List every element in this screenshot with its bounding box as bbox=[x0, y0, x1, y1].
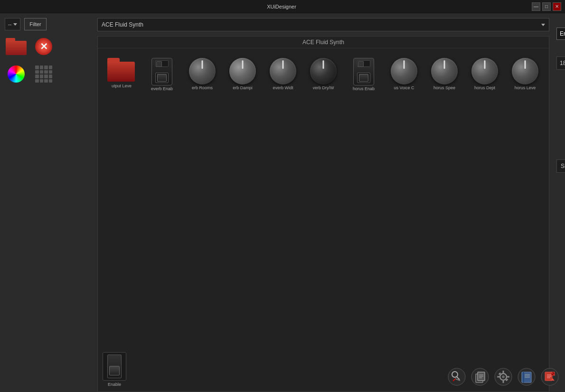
knob-label-8: horus Spee bbox=[433, 85, 455, 90]
synth-dropdown[interactable]: ACE Fluid Synth bbox=[97, 18, 549, 31]
sine-dropdown[interactable]: Sine bbox=[556, 159, 565, 173]
close-icon-button[interactable]: ✕ bbox=[32, 35, 55, 58]
knob-label-9: horus Dept bbox=[474, 85, 495, 90]
book-icon bbox=[518, 368, 536, 386]
search-edit-icon bbox=[448, 368, 466, 386]
port-index-value: 18 bbox=[560, 60, 565, 66]
knob-voice-count-icon bbox=[391, 58, 417, 84]
canvas-title: ACE Fluid Synth bbox=[98, 37, 549, 48]
knob-item-width[interactable]: everb Widt bbox=[264, 58, 302, 90]
grid-icon-button[interactable] bbox=[32, 63, 55, 85]
knob-label-2: erb Rooms bbox=[192, 85, 213, 90]
knob-label-6: horus Enab bbox=[353, 86, 375, 91]
enable-label: Enable bbox=[108, 382, 121, 387]
synth-dropdown-arrow-icon bbox=[541, 24, 545, 26]
canvas-area[interactable]: ACE Fluid Synth utput Leve ever bbox=[97, 36, 549, 392]
search-edit-button[interactable] bbox=[446, 366, 467, 387]
knob-label-7: us Voice C bbox=[394, 85, 414, 90]
svg-rect-15 bbox=[503, 381, 504, 383]
app-title: XUiDesigner bbox=[267, 4, 296, 9]
icon-row-2 bbox=[5, 63, 90, 85]
knob-label-0: utput Leve bbox=[112, 84, 132, 88]
port-index-row: 18 Set bbox=[556, 56, 565, 70]
settings-icon bbox=[494, 368, 512, 386]
knob-item-dry-wet[interactable]: verb Dry/W bbox=[304, 58, 342, 90]
close-button[interactable]: ✕ bbox=[553, 2, 561, 11]
knob-item-reverb-enable[interactable]: everb Enab bbox=[143, 58, 181, 91]
minimize-button[interactable]: — bbox=[532, 2, 540, 11]
icon-row-1: ✕ bbox=[5, 35, 90, 58]
knob-row: utput Leve everb Enab erb Rooms bbox=[98, 48, 549, 96]
knob-item-chorus-speed[interactable]: horus Spee bbox=[425, 58, 463, 90]
export-icon bbox=[541, 368, 559, 386]
knob-item-rooms[interactable]: erb Rooms bbox=[183, 58, 221, 90]
toggle-indicator-top bbox=[155, 60, 169, 67]
knob-chorus-level-icon bbox=[512, 58, 538, 84]
knob-item-damping[interactable]: erb Dampi bbox=[224, 58, 262, 90]
right-panel: Label Port Index 18 Set Position/Size Si… bbox=[552, 13, 565, 392]
svg-rect-16 bbox=[497, 376, 499, 378]
export-button[interactable] bbox=[539, 366, 560, 387]
mini-toggle-icon[interactable] bbox=[103, 352, 126, 381]
sine-value: Sine bbox=[561, 163, 565, 169]
dropdown-arrow-icon bbox=[13, 23, 17, 26]
svg-rect-14 bbox=[503, 371, 504, 373]
knob-item-voice-count[interactable]: us Voice C bbox=[385, 58, 423, 90]
svg-point-13 bbox=[502, 375, 505, 378]
filter-button[interactable]: Filter bbox=[24, 18, 46, 30]
knob-label-4: everb Widt bbox=[273, 85, 293, 90]
icons-area: ✕ bbox=[5, 35, 90, 85]
knob-rooms-icon bbox=[189, 58, 216, 84]
maximize-button[interactable]: □ bbox=[542, 2, 551, 11]
knob-chorus-speed-icon bbox=[431, 58, 458, 84]
knob-chorus-depth-icon bbox=[471, 58, 498, 84]
type-dropdown[interactable]: -- bbox=[5, 18, 20, 30]
knob-item-chorus-level[interactable]: horus Leve bbox=[506, 58, 544, 90]
colorwheel-icon-button[interactable] bbox=[5, 63, 28, 85]
knob-damping-icon bbox=[229, 58, 256, 84]
bottom-toolbar bbox=[446, 366, 560, 387]
folder-icon-button[interactable] bbox=[5, 35, 28, 58]
knob-label-5: verb Dry/W bbox=[313, 85, 334, 90]
chorus-toggle-indicator-top bbox=[357, 60, 370, 67]
knob-width-icon bbox=[270, 58, 296, 84]
toggle-reverb-enable-icon bbox=[151, 58, 172, 85]
svg-rect-17 bbox=[507, 376, 509, 378]
folder-icon bbox=[6, 38, 27, 55]
knob-item-chorus-enable[interactable]: horus Enab bbox=[345, 58, 383, 91]
knob-label-10: horus Leve bbox=[515, 85, 536, 90]
mini-toggle-inner bbox=[107, 355, 122, 378]
copy-icon bbox=[471, 368, 489, 386]
title-bar: XUiDesigner — □ ✕ bbox=[0, 0, 565, 13]
toggle-chorus-enable-icon bbox=[353, 58, 374, 85]
port-index-dropdown[interactable]: 18 bbox=[556, 56, 565, 70]
toolbar: -- Filter bbox=[5, 18, 90, 30]
colorwheel-icon bbox=[8, 65, 25, 83]
knob-item-chorus-depth[interactable]: horus Dept bbox=[466, 58, 504, 90]
knob-dry-wet-icon bbox=[310, 58, 337, 84]
knob-item-folder[interactable]: utput Leve bbox=[103, 58, 141, 88]
book-button[interactable] bbox=[516, 366, 537, 387]
bottom-widget[interactable]: Enable bbox=[103, 352, 126, 387]
position-size-heading: Position/Size bbox=[556, 77, 565, 84]
main-area: -- Filter ✕ bbox=[0, 13, 565, 392]
settings-button[interactable] bbox=[493, 366, 514, 387]
x-icon: ✕ bbox=[35, 38, 52, 55]
knob-label-1: everb Enab bbox=[151, 86, 173, 91]
label-heading: Label bbox=[556, 18, 565, 25]
port-index-heading: Port Index bbox=[556, 47, 565, 54]
svg-rect-22 bbox=[523, 372, 524, 383]
center-panel: ACE Fluid Synth ACE Fluid Synth utput Le… bbox=[95, 13, 552, 392]
synth-dropdown-row: ACE Fluid Synth bbox=[97, 13, 549, 34]
grid-icon bbox=[35, 65, 52, 83]
knob-label-3: erb Dampi bbox=[233, 85, 253, 90]
left-panel: -- Filter ✕ bbox=[0, 13, 95, 392]
copy-button[interactable] bbox=[470, 366, 490, 387]
label-input[interactable] bbox=[556, 28, 565, 40]
folder-knob-icon bbox=[107, 58, 136, 83]
